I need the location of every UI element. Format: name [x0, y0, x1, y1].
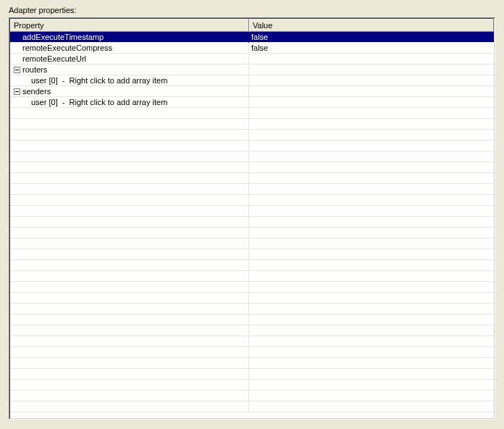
value-cell[interactable]: [249, 315, 494, 325]
empty-row[interactable]: [10, 217, 494, 228]
empty-row[interactable]: [10, 380, 494, 391]
empty-row[interactable]: [10, 260, 494, 271]
property-cell[interactable]: [10, 325, 249, 336]
grid-body[interactable]: addExecuteTimestampfalseremoteExecuteCom…: [10, 32, 494, 418]
value-cell[interactable]: [249, 271, 494, 282]
tree-group-row[interactable]: routers: [10, 64, 494, 75]
tree-leaf-row[interactable]: remoteExecuteCompressfalse: [10, 43, 494, 54]
value-cell[interactable]: [249, 347, 494, 358]
empty-row[interactable]: [10, 108, 494, 119]
property-cell[interactable]: [10, 184, 249, 195]
value-cell[interactable]: [249, 162, 494, 173]
value-cell[interactable]: [249, 97, 494, 108]
empty-row[interactable]: [10, 358, 494, 369]
property-cell[interactable]: [10, 108, 249, 119]
value-cell[interactable]: [249, 380, 494, 391]
property-cell[interactable]: [10, 141, 249, 151]
value-cell[interactable]: [249, 401, 494, 412]
property-cell[interactable]: [10, 130, 249, 141]
value-cell[interactable]: [249, 228, 494, 238]
value-cell[interactable]: [249, 217, 494, 228]
tree-leaf-row[interactable]: user [0] - Right click to add array item: [10, 75, 494, 86]
empty-row[interactable]: [10, 184, 494, 195]
property-cell[interactable]: routers: [10, 64, 249, 75]
value-cell[interactable]: [249, 54, 494, 64]
empty-row[interactable]: [10, 391, 494, 401]
property-cell[interactable]: [10, 282, 249, 293]
value-cell[interactable]: [249, 141, 494, 151]
empty-row[interactable]: [10, 347, 494, 358]
empty-row[interactable]: [10, 401, 494, 412]
property-cell[interactable]: [10, 358, 249, 369]
property-cell[interactable]: [10, 336, 249, 347]
property-cell[interactable]: remoteExecuteUrl: [10, 54, 249, 64]
property-cell[interactable]: [10, 293, 249, 304]
property-cell[interactable]: [10, 173, 249, 184]
empty-row[interactable]: [10, 238, 494, 249]
empty-row[interactable]: [10, 141, 494, 151]
property-cell[interactable]: [10, 206, 249, 217]
value-cell[interactable]: [249, 336, 494, 347]
empty-row[interactable]: [10, 162, 494, 173]
tree-leaf-row[interactable]: addExecuteTimestampfalse: [10, 32, 494, 43]
property-cell[interactable]: [10, 315, 249, 325]
value-cell[interactable]: [249, 249, 494, 260]
empty-row[interactable]: [10, 119, 494, 130]
empty-row[interactable]: [10, 130, 494, 141]
column-header-property[interactable]: Property: [10, 19, 249, 32]
collapse-icon[interactable]: [14, 88, 20, 95]
property-cell[interactable]: addExecuteTimestamp: [10, 32, 249, 43]
property-cell[interactable]: [10, 162, 249, 173]
empty-row[interactable]: [10, 228, 494, 238]
value-cell[interactable]: [249, 293, 494, 304]
value-cell[interactable]: [249, 391, 494, 401]
property-cell[interactable]: [10, 217, 249, 228]
empty-row[interactable]: [10, 282, 494, 293]
value-cell[interactable]: [249, 282, 494, 293]
value-cell[interactable]: [249, 184, 494, 195]
property-cell[interactable]: [10, 228, 249, 238]
empty-row[interactable]: [10, 173, 494, 184]
empty-row[interactable]: [10, 151, 494, 162]
property-cell[interactable]: [10, 119, 249, 130]
property-cell[interactable]: senders: [10, 86, 249, 97]
property-cell[interactable]: [10, 195, 249, 206]
property-cell[interactable]: remoteExecuteCompress: [10, 43, 249, 54]
empty-row[interactable]: [10, 293, 494, 304]
value-cell[interactable]: [249, 173, 494, 184]
value-cell[interactable]: [249, 75, 494, 86]
value-cell[interactable]: false: [249, 32, 494, 43]
value-cell[interactable]: [249, 238, 494, 249]
value-cell[interactable]: false: [249, 43, 494, 54]
property-cell[interactable]: user [0] - Right click to add array item: [10, 75, 249, 86]
property-cell[interactable]: [10, 380, 249, 391]
empty-row[interactable]: [10, 304, 494, 315]
value-cell[interactable]: [249, 369, 494, 380]
property-cell[interactable]: [10, 151, 249, 162]
value-cell[interactable]: [249, 130, 494, 141]
value-cell[interactable]: [249, 108, 494, 119]
value-cell[interactable]: [249, 86, 494, 97]
empty-row[interactable]: [10, 271, 494, 282]
empty-row[interactable]: [10, 336, 494, 347]
property-cell[interactable]: [10, 304, 249, 315]
empty-row[interactable]: [10, 315, 494, 325]
property-cell[interactable]: [10, 249, 249, 260]
value-cell[interactable]: [249, 260, 494, 271]
tree-leaf-row[interactable]: remoteExecuteUrl: [10, 54, 494, 64]
value-cell[interactable]: [249, 151, 494, 162]
empty-row[interactable]: [10, 206, 494, 217]
property-cell[interactable]: [10, 401, 249, 412]
empty-row[interactable]: [10, 369, 494, 380]
tree-group-row[interactable]: senders: [10, 86, 494, 97]
property-cell[interactable]: [10, 347, 249, 358]
empty-row[interactable]: [10, 195, 494, 206]
value-cell[interactable]: [249, 325, 494, 336]
value-cell[interactable]: [249, 358, 494, 369]
empty-row[interactable]: [10, 325, 494, 336]
value-cell[interactable]: [249, 64, 494, 75]
collapse-icon[interactable]: [14, 67, 20, 73]
property-cell[interactable]: [10, 260, 249, 271]
property-grid[interactable]: Property Value addExecuteTimestampfalser…: [9, 17, 495, 420]
tree-leaf-row[interactable]: user [0] - Right click to add array item: [10, 97, 494, 108]
